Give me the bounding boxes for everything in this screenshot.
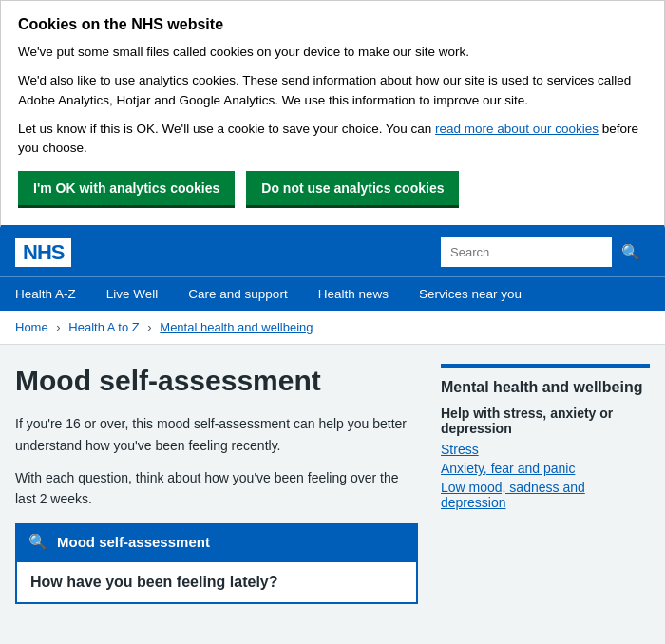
breadcrumb-health-az[interactable]: Health A to Z (68, 320, 139, 334)
question-text: How have you been feeling lately? (30, 574, 278, 590)
content-left: Mood self-assessment If you're 16 or ove… (15, 364, 418, 604)
cookie-banner: Cookies on the NHS website We've put som… (0, 0, 665, 228)
nhs-header: NHS 🔍 (0, 228, 665, 276)
tool-box[interactable]: 🔍 Mood self-assessment (15, 523, 418, 560)
cookie-para3-before: Let us know if this is OK. We'll use a c… (18, 122, 435, 136)
nav-live-well[interactable]: Live Well (91, 277, 174, 311)
accept-cookies-button[interactable]: I'm OK with analytics cookies (18, 171, 235, 208)
intro-text-1: If you're 16 or over, this mood self-ass… (15, 413, 418, 456)
search-input[interactable] (441, 239, 612, 265)
sidebar-card: Mental health and wellbeing Help with st… (441, 364, 650, 510)
tool-search-icon: 🔍 (28, 533, 48, 551)
intro-text-2: With each question, think about how you'… (15, 467, 418, 510)
breadcrumb-mental-health[interactable]: Mental health and wellbeing (160, 320, 313, 334)
cookie-title: Cookies on the NHS website (18, 16, 647, 33)
tool-question: How have you been feeling lately? (15, 560, 418, 604)
sidebar-sub-heading: Help with stress, anxiety or depression (441, 406, 650, 436)
search-icon: 🔍 (621, 244, 640, 260)
content-right: Mental health and wellbeing Help with st… (441, 364, 650, 604)
nav-health-news[interactable]: Health news (303, 277, 404, 311)
nav-services-near-you[interactable]: Services near you (404, 277, 537, 311)
nhs-nav: Health A-Z Live Well Care and support He… (0, 276, 665, 311)
search-button[interactable]: 🔍 (612, 237, 650, 267)
breadcrumb: Home › Health A to Z › Mental health and… (0, 311, 665, 345)
tool-label: Mood self-assessment (57, 534, 210, 550)
nav-health-az[interactable]: Health A-Z (0, 277, 91, 311)
breadcrumb-separator-2: › (147, 320, 151, 334)
sidebar-link-low-mood[interactable]: Low mood, sadness and depression (441, 480, 650, 510)
nav-care-support[interactable]: Care and support (173, 277, 302, 311)
nhs-logo[interactable]: NHS (15, 238, 71, 267)
page-title: Mood self-assessment (15, 364, 418, 398)
search-box: 🔍 (441, 237, 650, 267)
breadcrumb-home[interactable]: Home (15, 320, 48, 334)
sidebar-heading: Mental health and wellbeing (441, 379, 650, 396)
decline-cookies-button[interactable]: Do not use analytics cookies (246, 171, 459, 208)
sidebar-link-anxiety[interactable]: Anxiety, fear and panic (441, 461, 650, 476)
cookie-buttons: I'm OK with analytics cookies Do not use… (18, 171, 647, 208)
cookie-para2: We'd also like to use analytics cookies.… (18, 71, 647, 110)
cookie-para1: We've put some small files called cookie… (18, 43, 647, 62)
cookie-read-more-link[interactable]: read more about our cookies (435, 122, 598, 136)
cookie-para3: Let us know if this is OK. We'll use a c… (18, 120, 647, 159)
sidebar-link-stress[interactable]: Stress (441, 442, 650, 457)
main-content: Mood self-assessment If you're 16 or ove… (0, 345, 665, 623)
breadcrumb-separator-1: › (56, 320, 60, 334)
